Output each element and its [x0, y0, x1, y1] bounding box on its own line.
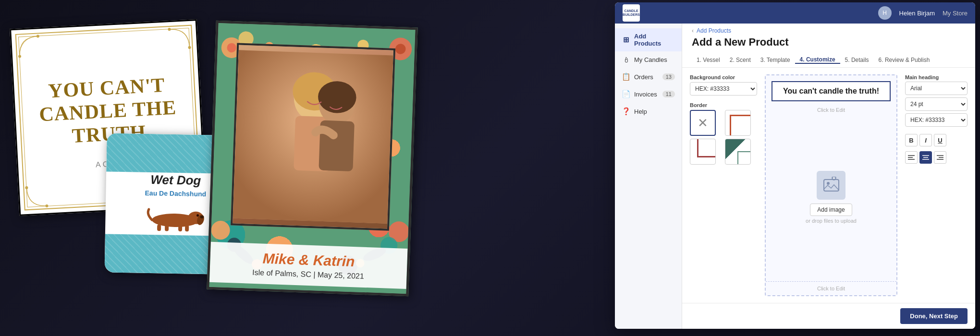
svg-point-44: [827, 182, 830, 185]
svg-point-5: [45, 204, 48, 207]
user-avatar: H: [878, 6, 892, 20]
align-left-button[interactable]: [905, 151, 918, 164]
canvas-heading[interactable]: You can't candle the truth!: [772, 81, 891, 101]
no-border-icon: ✕: [698, 116, 708, 131]
border-swatch-corner3[interactable]: [725, 139, 751, 165]
image-placeholder-icon: [817, 171, 845, 200]
app-main: ‹ Add Products Add a New Product 1. Vess…: [682, 24, 975, 329]
italic-button[interactable]: I: [919, 134, 932, 146]
page-title: Add a New Product: [692, 36, 966, 48]
svg-rect-43: [824, 180, 839, 191]
corner3-preview: [725, 139, 750, 164]
invoices-badge: 11: [662, 91, 675, 97]
underline-button[interactable]: U: [934, 134, 946, 146]
nav-right: H Helen Birjam My Store: [878, 6, 968, 20]
brand-logo: CANDLE BUILDERS: [623, 4, 640, 22]
steps-bar: 1. Vessel 2. Scent 3. Template 4. Custom…: [682, 52, 975, 68]
invoices-icon: 📄: [622, 90, 630, 98]
product-canvas: You can't candle the truth! Click to Edi…: [765, 74, 897, 296]
dachshund-icon: [144, 204, 207, 239]
my-store-link[interactable]: My Store: [943, 10, 968, 17]
corner2-preview: [690, 139, 715, 164]
done-next-step-button[interactable]: Done, Next Step: [900, 308, 968, 324]
step-scent-label: 2. Scent: [730, 57, 751, 63]
app-window: CANDLE BUILDERS H Helen Birjam My Store …: [615, 2, 975, 329]
sidebar-item-my-candles[interactable]: 🕯 My Candles: [615, 51, 682, 68]
align-right-button[interactable]: [934, 151, 946, 164]
sidebar-item-orders[interactable]: 📋 Orders 13: [615, 68, 682, 85]
photo-frame: [231, 43, 395, 230]
svg-point-2: [188, 46, 191, 49]
sidebar-item-label-invoices: Invoices: [634, 91, 657, 98]
add-products-icon: ⊞: [622, 36, 630, 44]
corner1-preview: [725, 110, 750, 135]
step-scent[interactable]: 2. Scent: [725, 57, 756, 63]
border-swatch-corner1[interactable]: [725, 110, 751, 136]
bg-color-select[interactable]: HEX: #33333: [690, 82, 757, 96]
sidebar-item-label-help: Help: [634, 108, 647, 115]
breadcrumb-parent[interactable]: Add Products: [697, 27, 731, 34]
step-details[interactable]: 5. Details: [840, 57, 874, 63]
wedding-text-area: Mike & Katrin Isle of Palms, SC | May 25…: [209, 242, 408, 289]
couple-photo-svg: [233, 45, 393, 229]
step-template[interactable]: 3. Template: [756, 57, 795, 63]
color-select[interactable]: HEX: #33333: [905, 113, 968, 127]
sidebar-item-help[interactable]: ❓ Help: [615, 103, 682, 120]
add-image-button[interactable]: Add image: [810, 204, 852, 216]
bg-color-section: Background color HEX: #33333: [690, 74, 757, 96]
right-panel: Main heading Arial 24 pt HEX: #33333: [905, 74, 968, 296]
sidebar-item-add-products[interactable]: ⊞ Add Products: [615, 28, 682, 51]
svg-rect-16: [185, 225, 189, 231]
bg-color-label: Background color: [690, 74, 757, 80]
step-template-label: 3. Template: [760, 57, 790, 63]
app-body: ⊞ Add Products 🕯 My Candles 📋 Orders 13 …: [615, 24, 975, 329]
border-swatch-corner2[interactable]: [690, 139, 716, 165]
corner-tr-icon: [167, 26, 192, 51]
breadcrumb: ‹ Add Products: [682, 24, 975, 34]
size-select[interactable]: 24 pt: [905, 97, 968, 111]
sidebar-item-label-my-candles: My Candles: [634, 56, 667, 63]
step-vessel-label: 1. Vessel: [697, 57, 720, 63]
svg-point-0: [18, 55, 21, 58]
help-icon: ❓: [622, 107, 630, 116]
brand-logo-line1: CANDLE: [624, 9, 638, 13]
svg-rect-15: [178, 225, 182, 231]
brand-logo-line2: BUILDERS: [623, 13, 640, 17]
font-select[interactable]: Arial: [905, 82, 968, 95]
canvas-click-edit-top[interactable]: Click to Edit: [766, 107, 896, 113]
svg-rect-14: [165, 225, 169, 231]
canvas-click-edit-bottom[interactable]: Click to Edit: [766, 281, 896, 295]
breadcrumb-arrow: ‹: [692, 27, 694, 34]
svg-point-1: [37, 35, 39, 37]
sidebar-item-label-orders: Orders: [634, 73, 653, 81]
app-sidebar: ⊞ Add Products 🕯 My Candles 📋 Orders 13 …: [615, 24, 682, 329]
align-row: [905, 151, 968, 164]
align-center-button[interactable]: [919, 151, 932, 164]
main-heading-label: Main heading: [905, 74, 968, 80]
corner-bl-icon: [24, 184, 49, 210]
wetdog-title: Wet Dog: [150, 172, 201, 188]
page-title-bar: Add a New Product: [682, 34, 975, 52]
svg-point-4: [25, 186, 28, 189]
step-vessel[interactable]: 1. Vessel: [692, 57, 725, 63]
border-label: Border: [690, 102, 757, 108]
border-swatch-none[interactable]: ✕: [690, 110, 716, 136]
my-candles-icon: 🕯: [622, 56, 630, 64]
main-heading-section: Main heading Arial 24 pt HEX: #33333: [905, 74, 968, 129]
alignment-section: [905, 151, 968, 164]
canvas-area: You can't candle the truth! Click to Edi…: [765, 74, 897, 296]
step-customize[interactable]: 4. Customize: [795, 56, 840, 64]
sidebar-item-invoices[interactable]: 📄 Invoices 11: [615, 85, 682, 103]
svg-rect-13: [157, 224, 161, 231]
wetdog-subtitle: Eau De Dachshund: [145, 189, 206, 198]
svg-point-3: [168, 28, 171, 31]
step-review[interactable]: 6. Review & Publish: [874, 57, 935, 63]
step-customize-label: 4. Customize: [800, 56, 835, 63]
border-section: Border ✕: [690, 102, 757, 165]
step-review-label: 6. Review & Publish: [879, 57, 930, 63]
drop-files-text: or drop files to upload: [806, 218, 857, 224]
corner-tl-icon: [16, 34, 42, 59]
done-btn-area: Done, Next Step: [682, 303, 975, 329]
formatting-section: B I U: [905, 134, 968, 146]
bold-button[interactable]: B: [905, 134, 918, 146]
